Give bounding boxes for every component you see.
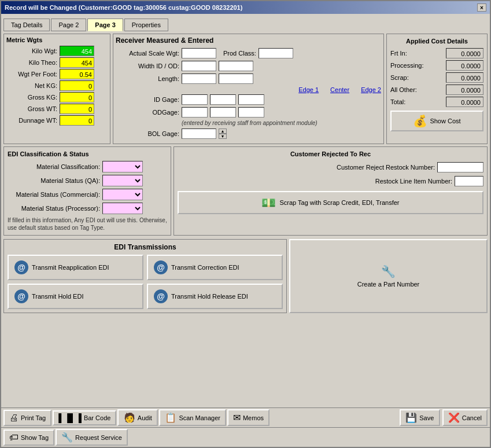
applied-cost-title: Applied Cost Details [390,38,483,45]
create-part-number-button[interactable]: 🔧 Create a Part Number [289,239,488,313]
bar-code-button[interactable]: ▌▐▌▐ Bar Code [53,410,116,425]
main-window: Record will be Changed (Customer:GOOD ta… [0,0,491,448]
edge-2-link[interactable]: Edge 2 [361,86,381,93]
id-gage-input1[interactable] [182,94,208,105]
od-gage-row: ODGage: [116,107,381,117]
request-service-label: Request Service [75,434,122,441]
bottom-toolbar: 🖨 Print Tag ▌▐▌▐ Bar Code 🧑 Audit 📋 Scan… [1,407,490,447]
metric-row-gross-wt: Gross WT: 0 [6,104,108,114]
transmit-correction-button[interactable]: @ Transmit Correction EDI [147,255,283,280]
gross-wt-value[interactable]: 0 [60,104,94,114]
tab-bar: Tag Details Page 2 Page 3 Properties [1,14,490,31]
edge-1-link[interactable]: Edge 1 [298,86,319,93]
show-cost-label: Show Cost [430,117,460,124]
prod-class-label: Prod Class: [223,50,256,57]
save-label: Save [419,414,434,421]
print-tag-button[interactable]: 🖨 Print Tag [3,410,51,426]
actual-scale-row: Actual Scale Wgt: Prod Class: [116,48,381,58]
bol-gage-spinner[interactable]: ▲ ▼ [219,128,227,139]
kilo-theo-label: Kilo Theo: [6,59,57,66]
scrap-label: Scrap: [390,74,409,81]
barcode-icon: ▌▐▌▐ [58,413,82,423]
spin-up-button[interactable]: ▲ [219,128,227,134]
material-status-qa-select[interactable] [102,175,143,186]
od-gage-input1[interactable] [182,107,208,117]
wgt-per-foot-label: Wgt Per Foot: [6,71,57,78]
scan-manager-button[interactable]: 📋 Scan Manager [159,409,226,426]
material-class-select[interactable] [102,161,143,172]
prod-class-input[interactable] [259,48,293,58]
material-status-comm-select[interactable] [102,189,143,200]
center-link[interactable]: Center [330,86,349,93]
metric-row-wgt-per-foot: Wgt Per Foot: 0.54 [6,69,108,79]
kilo-wgt-value[interactable]: 454 [60,46,94,56]
bol-gage-label: BOL Gage: [116,130,179,137]
edi-material-status-proc-row: Material Status (Processor): [8,203,167,214]
edi-classification-panel: EDI Classification & Status Material Cla… [3,146,171,236]
material-status-qa-label: Material Status (QA): [8,177,100,184]
tab-page-3[interactable]: Page 3 [87,19,123,31]
save-button[interactable]: 💾 Save [400,409,440,426]
restock-number-input[interactable] [437,162,483,172]
width-id-input1[interactable] [182,61,216,71]
id-gage-input2[interactable] [210,94,236,105]
show-cost-button[interactable]: 💰 Show Cost [390,111,483,131]
transmit-hold-release-label: Transmit Hold Release EDI [171,293,248,300]
metric-row-gross-kg: Gross KG: 0 [6,92,108,102]
edi-transmissions-section: EDI Transmissions @ Transmit Reapplicati… [3,239,488,313]
spin-down-button[interactable]: ▼ [219,134,227,139]
show-tag-button[interactable]: 🏷 Show Tag [3,429,54,446]
kilo-theo-value[interactable]: 454 [60,57,94,68]
applied-cost-panel: Applied Cost Details Frt In: 0.0000 Proc… [386,34,488,144]
gross-kg-value[interactable]: 0 [60,92,94,102]
save-icon: 💾 [405,412,417,423]
material-status-comm-label: Material Status (Commercial): [8,191,100,198]
edi-transmissions-panel: EDI Transmissions @ Transmit Reapplicati… [3,239,287,313]
edi-transmissions-title: EDI Transmissions [8,243,283,251]
request-service-button[interactable]: 🔧 Request Service [56,429,128,446]
transmit-hold-release-button[interactable]: @ Transmit Hold Release EDI [147,284,283,309]
od-gage-input2[interactable] [210,107,236,117]
od-gage-input3[interactable] [238,107,264,117]
processing-label: Processing: [390,62,423,69]
transmit-reapplication-button[interactable]: @ Transmit Reapplication EDI [8,255,143,280]
top-row: Metric Wgts Kilo Wgt: 454 Kilo Theo: 454… [3,34,488,144]
length-input2[interactable] [219,74,253,84]
customer-rejected-title: Customer Rejected To Rec [178,150,483,157]
memos-button[interactable]: ✉ Memos [227,409,270,426]
net-kg-value[interactable]: 0 [60,80,94,91]
cost-row-frt: Frt In: 0.0000 [390,48,483,58]
restock-line-input[interactable] [455,176,483,186]
tab-page-2[interactable]: Page 2 [51,19,86,31]
cancel-button[interactable]: ❌ Cancel [442,409,488,426]
bol-gage-input[interactable] [182,128,216,139]
wgt-per-foot-value[interactable]: 0.54 [60,69,94,79]
scrap-value: 0.0000 [446,72,483,83]
transmit-hold-button[interactable]: @ Transmit Hold EDI [8,284,143,309]
transmit-hold-label: Transmit Hold EDI [32,293,83,300]
show-tag-label: Show Tag [21,434,49,441]
length-input1[interactable] [182,74,216,84]
dunnage-wt-label: Dunnage WT: [6,117,57,124]
metric-row-kilo-wgt: Kilo Wgt: 454 [6,46,108,56]
scrap-icon: 💵 [261,196,276,210]
frt-label: Frt In: [390,50,407,57]
close-button[interactable]: × [477,3,486,12]
tab-tag-details[interactable]: Tag Details [3,19,50,31]
middle-row: EDI Classification & Status Material Cla… [3,146,488,236]
processing-value: 0.0000 [446,60,483,71]
audit-button[interactable]: 🧑 Audit [117,409,158,426]
id-gage-input3[interactable] [238,94,264,105]
width-id-input2[interactable] [219,61,253,71]
tab-properties[interactable]: Properties [124,19,168,31]
total-value: 0.0000 [446,97,483,107]
dunnage-wt-value[interactable]: 0 [60,115,94,126]
at-icon-1: @ [14,260,28,274]
material-status-proc-select[interactable] [102,203,143,214]
edge-links-row: Edge 1 Center Edge 2 [182,86,381,93]
actual-scale-input[interactable] [182,48,216,58]
receiver-panel: Receiver Measured & Entered Actual Scale… [113,34,384,144]
length-row: Length: [116,74,381,84]
edi-material-status-qa-row: Material Status (QA): [8,175,167,186]
scrap-tag-button[interactable]: 💵 Scrap Tag with Scrap Credit, EDI, Tran… [178,191,483,214]
